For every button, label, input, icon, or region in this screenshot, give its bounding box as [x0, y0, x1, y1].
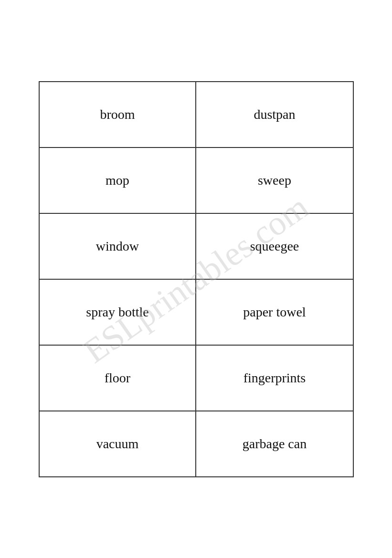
grid-cell: spray bottle: [39, 279, 196, 345]
grid-cell: mop: [39, 147, 196, 213]
grid-cell: vacuum: [39, 411, 196, 477]
grid-cell: broom: [39, 82, 196, 147]
grid-cell: squeegee: [196, 213, 353, 279]
grid-cell: floor: [39, 345, 196, 411]
page-container: ESLprintables.com broomdustpanmopsweepwi…: [0, 0, 392, 558]
grid-cell: garbage can: [196, 411, 353, 477]
grid-cell: paper towel: [196, 279, 353, 345]
vocabulary-grid: broomdustpanmopsweepwindowsqueegeespray …: [39, 81, 354, 477]
grid-cell: sweep: [196, 147, 353, 213]
grid-cell: dustpan: [196, 82, 353, 147]
grid-cell: fingerprints: [196, 345, 353, 411]
grid-cell: window: [39, 213, 196, 279]
